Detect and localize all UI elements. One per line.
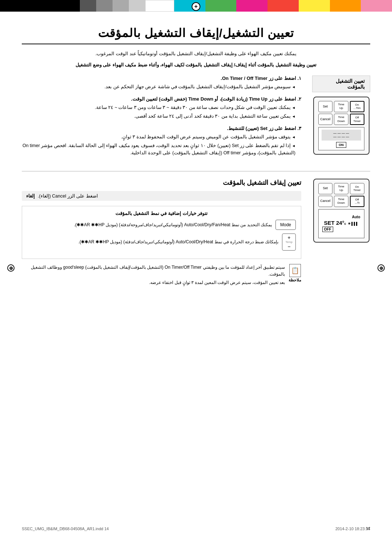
remote2-auto-label: Auto [352,215,360,219]
temp-btn[interactable]: + Temp − [282,234,296,251]
step2: ٢. اضغط على زر Time Up (زيادة الوقت)، أو… [22,96,301,120]
step3-bullet1: يتوقف مؤشر التشغيل بالمؤقت عن الوميض وسي… [22,133,295,141]
temp-option-row: بإمكانك ضبط درجة الحرارة في نمط Auto/Coo… [27,234,296,251]
color-yellow [299,0,330,12]
remote1-time-up-label: TimeUp [338,103,344,110]
step2-header: ٢. اضغط على زر Time Up (زيادة الوقت)، أو… [22,96,301,102]
step1: ١. اضغط على زر On Timer / Off Timer. سيو… [22,76,301,90]
remark-text2: بعد تعيين المؤقت، سيتم عرض الوقت المعين … [22,279,285,286]
remote1-display-lines: — — — —— — — — [333,131,349,139]
remote2-buttons-grid: OnTimer TimeUp Set OffTi... TimeDown [318,183,364,207]
color-red [268,0,299,12]
remote2-off-timer-btn[interactable]: OffTi... [350,196,364,207]
mode-btn[interactable]: Mode [275,220,296,230]
top-bar-white [145,0,174,12]
remark-icon: 📋 [289,264,301,277]
footer: SSEC_UMG_IB&IM_DB68-04508A_AR1.indd 14 2… [22,527,370,531]
footer-left: SSEC_UMG_IB&IM_DB68-04508A_AR1.indd 14 [22,527,109,531]
remote2-time-up-btn[interactable]: TimeUp [334,183,348,194]
remote2-cancel-label: Cancel [320,199,330,203]
mode-option-text: يمكنك التحديد من نمط Auto/Cool/Dry/Fan/H… [27,222,272,227]
remote2-off-timer-label: OffTi... [355,198,359,205]
section2-title: تعيين إيقاف التشغيل بالمؤقت [22,179,301,187]
right-compass-icon: ⊕ [377,264,385,272]
remote1-set-label: Set [323,105,328,109]
remote2-on-timer-btn[interactable]: OnTimer [350,183,364,194]
step1-bullet: سيومض مؤشر التشغيل بالمؤقت/إيقاف التشغيل… [22,83,295,90]
color-magenta [236,0,268,12]
top-bar-gray4 [129,0,145,12]
page-title: تعيين التشغيل/إيقاف التشغيل بالمؤقت [22,26,370,44]
top-bar-gray1 [80,0,96,12]
remark-text: سيتم تطبيق آخر إعداد للمؤقت ما بين وظيفت… [22,264,285,287]
remote2-set-label: Set [323,186,328,191]
remote1-container: تعيين التشغيل بالمؤقت OnTim... TimeUp Se… [312,76,370,155]
remote1-on-timer-btn[interactable]: OnTim... [350,101,364,112]
remote2-container: OnTimer TimeUp Set OffTi... TimeDown [312,179,370,243]
section1-text: ١. اضغط على زر On Timer / Off Timer. سيو… [22,76,301,162]
remark-text1: سيتم تطبيق آخر إعداد للمؤقت ما بين وظيفت… [22,264,285,278]
section1-title: تعيين التشغيل بالمؤقت [312,76,370,92]
remote1-box: OnTim... TimeUp Set OffTimer TimeDown [313,97,369,155]
remark-box: سيتم تطبيق آخر إعداد للمؤقت ما بين وظيفت… [22,264,301,287]
cancel-text: اضغط على الزر Cancel (إلغاء). [38,193,98,199]
color-orange [330,0,361,12]
remote2-off-label: OFF [322,227,333,232]
step2-bullet1: يمكنك تعيين الوقت في شكل وحدات نصف ساعة … [22,104,295,111]
top-bar-colors [174,0,392,12]
main-content: تعيين التشغيل/إيقاف التشغيل بالمؤقت يمكن… [0,12,392,309]
section2-block: تعيين إيقاف التشغيل بالمؤقت إلغاء اضغط ع… [22,179,370,287]
remote2-time-up-label: TimeUp [338,185,344,192]
section1-block: ١. اضغط على زر On Timer / Off Timer. سيو… [22,76,370,162]
remote1-on-label: ON [336,142,346,148]
remote2-time-down-btn[interactable]: TimeDown [334,196,348,207]
remote1-off-timer-btn[interactable]: OffTimer [350,114,364,125]
main-note: تعيين وظيفة التشغيل بالمؤقت أثناء إيقاف/… [22,61,370,69]
color-green [205,0,237,12]
footer-right: 2014-2-10 18:23:37 [335,527,370,531]
cancel-row: إلغاء اضغط على الزر Cancel (إلغاء). [22,191,301,201]
top-bar-gray3 [113,0,129,12]
step3-bullet2: إذا لم تقم بالضغط على زر Set (تعيين) خلا… [22,142,295,157]
remote2-time-down-label: TimeDown [338,198,345,205]
remote1-cancel-btn[interactable]: Cancel [318,114,333,125]
step3-header: ٣. اضغط على زر Set (تعيين) للتنشيط. [22,126,301,131]
extra-options-box: تتوفر خيارات إضافية في نمط التشغيل بالمؤ… [22,206,301,259]
top-compass-icon [192,2,200,11]
temp-btn-plus-label: + [287,235,290,240]
section2-text: تعيين إيقاف التشغيل بالمؤقت إلغاء اضغط ع… [22,179,301,287]
color-cyan [174,0,205,12]
remote2-on-timer-label: OnTimer [354,185,361,192]
remark-label: ملاحظة [289,278,301,283]
remote1-display: — — — —— — — — ON [318,127,364,150]
remote1-buttons-grid: OnTim... TimeUp Set OffTimer TimeDown [318,101,364,125]
top-bar-grays [80,0,145,12]
left-compass-icon: ⊕ [7,264,15,272]
color-pink [361,0,392,12]
remote2-set-temp: SET 24°c ☀ ▌▌▌ [324,220,359,226]
section-divider [22,171,370,171]
remote1-time-up-btn[interactable]: TimeUp [334,101,348,112]
step2-bullet2: يمكن تعيين ساعة التشغيل بداية من ٣٠ دقيق… [22,113,295,120]
remote2-set-btn[interactable]: Set [318,183,333,194]
remote2-box: OnTimer TimeUp Set OffTi... TimeDown [313,179,369,243]
top-bar-gray2 [96,0,113,12]
remark-icon-container: 📋 ملاحظة [289,264,301,283]
extra-options-title: تتوفر خيارات إضافية في نمط التشغيل بالمؤ… [27,211,296,216]
remote1-cancel-label: Cancel [320,117,330,122]
mode-option-row: يمكنك التحديد من نمط Auto/Cool/Dry/Fan/H… [27,220,296,230]
remote1-on-timer-label: OnTim... [354,103,361,110]
step1-header: ١. اضغط على زر On Timer / Off Timer. [22,76,301,81]
top-bar-black [0,0,80,12]
remote1-time-down-btn[interactable]: TimeDown [334,114,348,125]
remote1-set-btn[interactable]: Set [318,101,333,112]
page-number: ١٤ [366,526,370,531]
remote1-time-down-label: TimeDown [338,115,345,123]
temp-btn-minus-label: − [287,244,290,249]
page-subtitle: يمكنك تعيين مكيف الهواء على وظيفة التشغي… [22,51,370,56]
remote2-display: Auto SET 24°c ☀ ▌▌▌ OFF [318,209,364,238]
temp-label: Temp [285,240,293,244]
remote1-off-timer-label: OffTimer [354,116,361,123]
step3: ٣. اضغط على زر Set (تعيين) للتنشيط. يتوق… [22,126,301,157]
remote2-cancel-btn[interactable]: Cancel [318,196,333,207]
